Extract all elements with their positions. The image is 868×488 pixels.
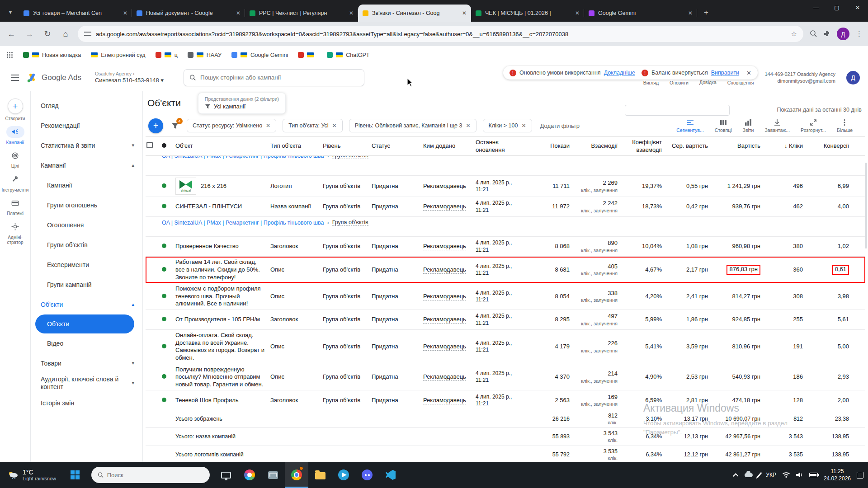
close-button[interactable]: ✕ <box>847 0 868 15</box>
this-pc-icon[interactable] <box>214 462 238 488</box>
table-row[interactable]: › sintezal От Производителя - 105 ГРН/м <box>146 310 865 330</box>
applied-filters-icon[interactable]: 4 <box>170 120 180 131</box>
scrollbar[interactable] <box>865 163 867 249</box>
download-button[interactable]: Завантаж... <box>765 119 790 133</box>
back-icon[interactable]: ← <box>5 29 17 39</box>
hamburger-menu-icon[interactable] <box>11 75 19 81</box>
table-row[interactable]: › sintezal Получили поврежденную посылку… <box>146 364 865 391</box>
maximize-button[interactable]: ▢ <box>826 0 847 15</box>
campaign-link[interactable]: OA | SintezalUA | PMax | Ремаркетинг | П… <box>162 156 324 159</box>
filter-chip[interactable]: Тип об'єкта: Усі ✕ <box>283 119 342 132</box>
extensions-puzzle-icon[interactable] <box>823 30 830 38</box>
rail-item-campaigns[interactable]: Кампанії <box>1 126 30 145</box>
home-icon[interactable]: ⌂ <box>60 29 71 39</box>
asset-group-link[interactable]: Група об'єктів <box>332 219 368 226</box>
rail-item-admin[interactable]: Адміні-стратор <box>1 221 30 245</box>
volume-icon[interactable] <box>796 472 803 478</box>
browser-tab[interactable]: Усі товари – Merchant Cen ✕ <box>19 5 132 22</box>
expand-button[interactable]: Розгорнут... <box>801 119 826 133</box>
columns-button[interactable]: Стовпці <box>715 119 732 133</box>
sidebar-nav-item[interactable]: Групи об'єктів <box>31 235 142 255</box>
col-rate[interactable]: Коефіцієнт взаємодії <box>621 137 665 155</box>
mail-app-icon[interactable] <box>261 462 285 488</box>
vscode-icon[interactable] <box>379 462 402 488</box>
sidebar-nav-item[interactable]: Кампанії <box>31 155 142 175</box>
bookmark-item[interactable]: Електронний суд <box>91 52 145 58</box>
sidebar-nav-item[interactable]: Групи оголошень <box>31 195 142 215</box>
bookmark-item[interactable]: ц <box>156 52 178 58</box>
tab-close-icon[interactable]: ✕ <box>688 10 693 16</box>
filter-chip[interactable]: Рівень: Обліковий запис, Кампанія і ще 3… <box>349 119 476 132</box>
more-button[interactable]: Більше <box>837 119 853 133</box>
sidebar-nav-item[interactable]: Історія змін <box>31 393 142 413</box>
rail-item-billing[interactable]: Платежі <box>1 197 30 216</box>
sidebar-nav-item[interactable]: Статистика й звіти <box>31 136 142 155</box>
balance-notice-link[interactable]: Виправити <box>711 70 739 76</box>
photos-wheel-icon[interactable] <box>238 462 261 488</box>
telegram-icon[interactable] <box>332 462 355 488</box>
ads-avatar[interactable]: Д <box>846 71 860 84</box>
terms-notice-link[interactable]: Докладніше <box>604 70 635 76</box>
select-all-checkbox[interactable] <box>146 142 153 148</box>
sidebar-nav-item[interactable]: Аудиторії, ключові слова й контент <box>31 373 142 393</box>
battery-icon[interactable] <box>809 473 818 477</box>
forward-icon[interactable]: → <box>24 29 35 39</box>
onedrive-cloud-icon[interactable] <box>745 473 753 477</box>
table-row[interactable]: › sintezal Работаем 14 лет. Свой склад, … <box>146 257 865 283</box>
weather-widget[interactable]: 1°C Light rain/snow <box>0 462 63 488</box>
browser-tab[interactable]: ЧЕК | МІСЯЦЬ | 01.2026 | ✕ <box>471 5 584 22</box>
col-status[interactable]: Статус <box>371 141 422 152</box>
table-row[interactable]: › sintezal Онлайн-оплата. Свой склад. До… <box>146 330 865 364</box>
tab-close-icon[interactable]: ✕ <box>462 10 467 16</box>
table-row[interactable]: › sintezal Усього логотипів компаній <box>146 446 865 462</box>
tab-close-icon[interactable]: ✕ <box>123 10 127 16</box>
sidebar-nav-item[interactable]: Рекомендації <box>31 116 142 136</box>
col-type[interactable]: Тип об'єкта <box>269 141 322 152</box>
browser-tab[interactable]: Новый документ - Google ✕ <box>132 5 245 22</box>
address-bar[interactable]: ☆ <box>78 26 803 42</box>
bookmark-item[interactable]: НААУ <box>188 52 222 58</box>
minimize-button[interactable]: — <box>806 0 826 15</box>
ads-search-input[interactable] <box>200 74 359 81</box>
browser-tab[interactable]: PPC | Чек-лист | Регулярн ✕ <box>245 5 358 22</box>
tab-close-icon[interactable]: ✕ <box>236 10 241 16</box>
campaign-link[interactable]: OA | SintezalUA | PMax | Ремаркетинг | П… <box>162 220 324 226</box>
bookmark-item[interactable] <box>298 52 317 58</box>
tab-close-icon[interactable]: ✕ <box>349 10 354 16</box>
table-row[interactable]: › sintezal Усього: назва компаній <box>146 428 865 446</box>
taskbar-search[interactable] <box>91 467 210 483</box>
apps-grid-icon[interactable] <box>6 52 13 58</box>
sidebar-nav-item[interactable]: Об'єкти <box>31 295 142 314</box>
bookmark-item[interactable]: ChatGPT <box>327 52 369 58</box>
rail-item-goals[interactable]: Цілі <box>1 150 30 169</box>
reports-button[interactable]: Звіти <box>743 119 754 133</box>
language-indicator[interactable]: УКР <box>766 472 776 478</box>
account-selector[interactable]: Osadchiy Agency › Синтезал 510-453-9148 … <box>95 71 164 84</box>
sidebar-nav-item[interactable]: Огляд <box>31 96 142 116</box>
chip-close-icon[interactable]: ✕ <box>466 122 470 129</box>
bookmark-item[interactable]: Новая вкладка <box>23 52 81 58</box>
col-conversions[interactable]: Конверсії <box>807 141 853 152</box>
browser-tab[interactable]: Зв'язки - Синтезал - Goog ✕ <box>358 5 471 22</box>
sidebar-nav-item[interactable]: Експерименти <box>31 255 142 275</box>
sidebar-nav-item[interactable]: Товари <box>31 353 142 373</box>
table-row[interactable]: › sintezal Поможем с подбором профиля те… <box>146 283 865 310</box>
col-avg-cost[interactable]: Сер. вартість <box>665 141 712 152</box>
table-row[interactable]: › sintezal СИНТЕЗАЛ - ПЛІНТУСИ <box>146 197 865 217</box>
add-button[interactable]: + <box>148 118 163 133</box>
chip-close-icon[interactable]: ✕ <box>332 122 337 129</box>
sidebar-nav-item[interactable]: Групи кампаній <box>31 275 142 295</box>
col-interactions[interactable]: Взаємодії <box>573 141 621 152</box>
col-level[interactable]: Рівень <box>322 141 371 152</box>
url-input[interactable] <box>96 31 787 38</box>
new-tab-button[interactable]: + <box>700 6 712 19</box>
date-range-selector[interactable] <box>625 105 730 116</box>
table-row[interactable]: › sintezal 216 x 216 Логот <box>146 176 865 197</box>
col-updated[interactable]: Останнє оновлення <box>475 137 530 155</box>
col-cost[interactable]: Вартість <box>712 141 764 152</box>
browser-menu-icon[interactable]: ⋮ <box>856 30 863 38</box>
zoom-icon[interactable] <box>810 30 817 38</box>
tab-close-icon[interactable]: ✕ <box>575 10 580 16</box>
bookmark-item[interactable]: Google Gemini <box>231 52 288 58</box>
browser-profile-avatar[interactable]: Д <box>837 28 849 40</box>
